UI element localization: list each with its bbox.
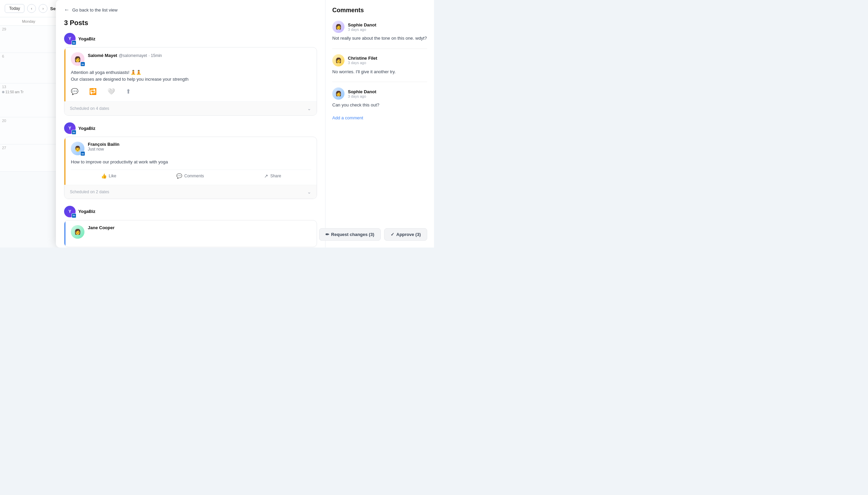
comment-text-3: Can you check this out? (332, 102, 427, 108)
post-inner-3: 👩 Jane Cooper (64, 220, 317, 247)
monday-header: Monday (0, 17, 58, 25)
li-badge-2: in (80, 151, 85, 156)
retweet-icon[interactable]: 🔁 (89, 88, 97, 95)
account-row-3: Y in YogaBiz (64, 206, 317, 217)
monday-13: 13 11:50 am Tr (0, 83, 58, 117)
account-name-1: YogaBiz (78, 36, 95, 41)
post-avatar-1: 👩 in (71, 52, 84, 66)
post-avatar-2: 👨 in (71, 142, 84, 155)
post-card-2: 👨 in François Bailin Just now How to imp… (64, 137, 317, 199)
linkedin-badge-2: in (71, 130, 76, 135)
comment-item-2: 👩 Christine Filet 3 days ago No worries.… (332, 54, 427, 75)
li-badge-1: in (80, 62, 85, 66)
like-icon[interactable]: 🤍 (107, 88, 115, 95)
post-header-2: 👨 in François Bailin Just now (71, 142, 311, 155)
linkedin-actions-2: 👍 Like 💬 Comments ↗ Share (71, 170, 311, 180)
like-action[interactable]: 👍 Like (101, 173, 116, 179)
comment-time-3: 3 days ago (348, 94, 376, 98)
pencil-icon: ✏ (325, 232, 329, 237)
prev-button[interactable]: ‹ (27, 4, 36, 13)
post-meta-3: Jane Cooper (88, 225, 311, 230)
comment-text-2: No worries. I'll give it another try. (332, 68, 427, 75)
post-author-3: Jane Cooper (88, 225, 311, 230)
scheduled-row-1: Scheduled on 4 dates ⌄ (64, 101, 317, 115)
account-row-2: Y in YogaBiz (64, 122, 317, 134)
chevron-down-icon-2[interactable]: ⌄ (307, 189, 311, 194)
post-inner-2: 👨 in François Bailin Just now How to imp… (64, 137, 317, 185)
comments-label: Comments (184, 174, 204, 178)
comment-avatar-3: 👩 (332, 87, 344, 100)
overlay-panel: ← Go back to the list view 3 Posts Y in … (56, 0, 434, 248)
comment-header-2: 👩 Christine Filet 3 days ago (332, 54, 427, 66)
event: 11:50 am Tr (2, 90, 55, 94)
share-action[interactable]: ↗ Share (264, 173, 281, 179)
scheduled-label-1: Scheduled on 4 dates (70, 106, 109, 111)
comment-icon[interactable]: 💬 (71, 88, 78, 95)
share-label: Share (270, 174, 281, 178)
post-header-3: 👩 Jane Cooper (71, 225, 311, 239)
posts-panel: ← Go back to the list view 3 Posts Y in … (56, 0, 325, 248)
post-meta-2: François Bailin Just now (88, 142, 311, 152)
chevron-down-icon-1[interactable]: ⌄ (307, 106, 311, 111)
yogabiz-avatar-1: Y in (64, 33, 75, 45)
next-button[interactable]: › (39, 4, 48, 13)
back-link[interactable]: ← Go back to the list view (64, 7, 317, 13)
post-author-2: François Bailin (88, 142, 311, 147)
divider-2 (332, 82, 427, 82)
post-inner-1: 👩 in Salomé Mayet @salomemayet · 15min A… (64, 48, 317, 101)
comments-panel: Comments 👩 Sophie Danot 3 days ago Not r… (325, 0, 434, 248)
account-name-3: YogaBiz (78, 209, 95, 214)
comment-text-1: Not really sure about the tone on this o… (332, 35, 427, 42)
comment-author-3: Sophie Danot (348, 89, 376, 94)
back-label: Go back to the list view (72, 7, 118, 13)
monday-27: 27 (0, 144, 58, 171)
posts-count-title: 3 Posts (64, 19, 317, 27)
monday-6: 6 (0, 53, 58, 83)
post-author-1: Salomé Mayet @salomemayet · 15min (88, 52, 311, 58)
linkedin-badge-3: in (71, 213, 76, 218)
share-icon-li: ↗ (264, 173, 268, 179)
comment-item-3: 👩 Sophie Danot 3 days ago Can you check … (332, 87, 427, 108)
add-comment-link[interactable]: Add a comment (332, 115, 427, 120)
monday-29: 29 (0, 26, 58, 53)
post-time-2: Just now (88, 147, 311, 152)
post-meta-1: Salomé Mayet @salomemayet · 15min (88, 52, 311, 58)
comment-author-1: Sophie Danot (348, 22, 376, 28)
comment-time-1: 3 days ago (348, 28, 376, 32)
approve-label: Approve (3) (396, 232, 421, 237)
like-label: Like (109, 174, 116, 178)
comment-item-1: 👩 Sophie Danot 3 days ago Not really sur… (332, 21, 427, 42)
twitter-actions-1: 💬 🔁 🤍 ⬆ (71, 86, 311, 97)
back-arrow-icon: ← (64, 7, 69, 13)
post-header-1: 👩 in Salomé Mayet @salomemayet · 15min (71, 52, 311, 66)
comment-header-3: 👩 Sophie Danot 3 days ago (332, 87, 427, 100)
comments-action[interactable]: 💬 Comments (176, 173, 204, 179)
scheduled-row-2: Scheduled on 2 dates ⌄ (64, 185, 317, 199)
share-icon[interactable]: ⬆ (126, 88, 131, 95)
post-text-1: Attention all yoga enthusiasts! 🧘🧘Our cl… (71, 69, 311, 82)
request-changes-label: Request changes (3) (331, 232, 374, 237)
post-text-2: How to improve our productivity at work … (71, 159, 311, 166)
linkedin-badge-1: in (71, 40, 76, 45)
yogabiz-avatar-3: Y in (64, 206, 75, 217)
like-icon-2: 👍 (101, 173, 107, 179)
approve-button[interactable]: ✓ Approve (3) (384, 228, 427, 241)
scheduled-label-2: Scheduled on 2 dates (70, 189, 109, 194)
bottom-action-buttons: ✏ Request changes (3) ✓ Approve (3) (319, 228, 427, 241)
post-card-1: 👩 in Salomé Mayet @salomemayet · 15min A… (64, 47, 317, 116)
post-card-3: 👩 Jane Cooper (64, 220, 317, 247)
account-name-2: YogaBiz (78, 126, 95, 131)
request-changes-button[interactable]: ✏ Request changes (3) (319, 228, 381, 241)
account-row-1: Y in YogaBiz (64, 33, 317, 45)
divider-1 (332, 49, 427, 49)
today-button[interactable]: Today (5, 4, 24, 13)
yogabiz-avatar-2: Y in (64, 122, 75, 134)
monday-20: 20 (0, 117, 58, 144)
comment-avatar-2: 👩 (332, 54, 344, 66)
comments-icon: 💬 (176, 173, 182, 179)
checkmark-icon: ✓ (391, 232, 394, 237)
comment-avatar-1: 👩 (332, 21, 344, 33)
post-avatar-3: 👩 (71, 225, 84, 239)
comment-time-2: 3 days ago (348, 61, 377, 65)
comment-author-2: Christine Filet (348, 56, 377, 61)
